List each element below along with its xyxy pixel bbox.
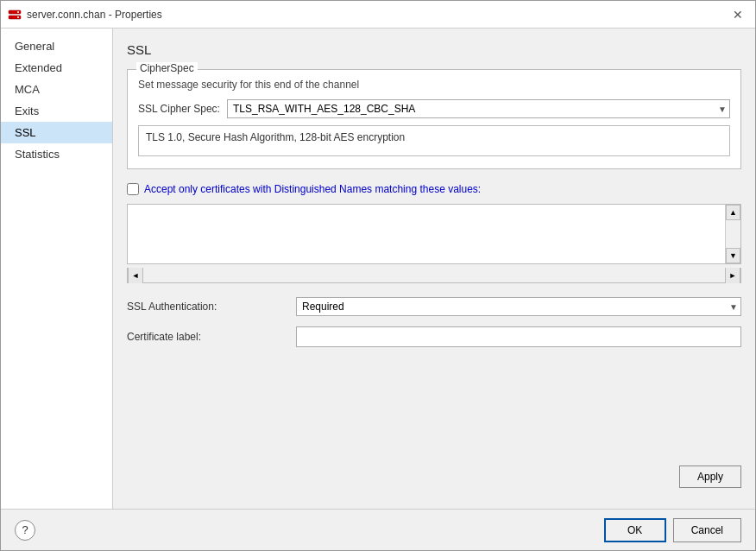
sidebar-item-ssl[interactable]: SSL <box>1 122 112 143</box>
cipherspec-group-label: CipherSpec <box>136 62 198 74</box>
sidebar-item-extended[interactable]: Extended <box>1 57 112 79</box>
ssl-auth-select[interactable]: Required Optional None <box>296 297 741 316</box>
dn-scrollbar-horizontal: ◄ ► <box>127 268 741 283</box>
cipher-select[interactable]: TLS_RSA_WITH_AES_128_CBC_SHA TLS_RSA_WIT… <box>227 99 730 118</box>
dn-checkbox[interactable] <box>127 183 139 195</box>
svg-point-2 <box>17 11 19 13</box>
sidebar-item-exits[interactable]: Exits <box>1 100 112 122</box>
bottom-left: ? <box>15 520 35 541</box>
apply-button[interactable]: Apply <box>679 466 741 488</box>
scroll-down-btn[interactable]: ▼ <box>726 248 740 263</box>
cipherspec-group: CipherSpec Set message security for this… <box>127 69 741 169</box>
help-button[interactable]: ? <box>15 520 35 541</box>
ssl-auth-select-wrapper: Required Optional None ▼ <box>296 297 741 316</box>
scroll-left-btn[interactable]: ◄ <box>128 268 143 283</box>
cipher-description: Set message security for this end of the… <box>138 79 730 91</box>
cert-label-text: Certificate label: <box>127 331 282 343</box>
panel-title: SSL <box>127 42 741 57</box>
dn-scrollbar-vertical: ▲ ▼ <box>725 205 740 263</box>
cancel-button[interactable]: Cancel <box>673 518 741 542</box>
apply-btn-wrapper: Apply <box>127 466 741 488</box>
main-panel: SSL CipherSpec Set message security for … <box>113 28 755 509</box>
dn-section: Accept only certificates with Distinguis… <box>127 183 741 297</box>
close-button[interactable]: ✕ <box>728 4 748 25</box>
dn-checkbox-label[interactable]: Accept only certificates with Distinguis… <box>144 183 481 195</box>
sidebar-item-mca[interactable]: MCA <box>1 79 112 100</box>
properties-dialog: server.conn.chan - Properties ✕ General … <box>0 0 756 551</box>
cipher-select-wrapper: TLS_RSA_WITH_AES_128_CBC_SHA TLS_RSA_WIT… <box>227 99 730 118</box>
cipher-info-box: TLS 1.0, Secure Hash Algorithm, 128-bit … <box>138 125 730 156</box>
svg-point-3 <box>17 16 19 18</box>
bottom-right: OK Cancel <box>604 518 741 542</box>
ssl-auth-row: SSL Authentication: Required Optional No… <box>127 297 741 316</box>
bottom-bar: ? OK Cancel <box>1 509 755 550</box>
sidebar-item-general[interactable]: General <box>1 35 112 57</box>
ok-button[interactable]: OK <box>604 518 666 542</box>
server-icon <box>8 8 22 22</box>
title-bar-left: server.conn.chan - Properties <box>8 8 162 22</box>
content-area: General Extended MCA Exits SSL Statistic… <box>1 28 755 509</box>
ssl-cipher-spec-label: SSL Cipher Spec: <box>138 103 220 115</box>
dn-textarea[interactable] <box>128 205 725 263</box>
cert-label-row: Certificate label: <box>127 326 741 347</box>
dn-checkbox-row: Accept only certificates with Distinguis… <box>127 183 741 195</box>
sidebar-item-statistics[interactable]: Statistics <box>1 143 112 165</box>
ssl-auth-label: SSL Authentication: <box>127 301 282 313</box>
scroll-right-btn[interactable]: ► <box>725 268 740 283</box>
cert-label-input[interactable] <box>296 326 741 347</box>
sidebar: General Extended MCA Exits SSL Statistic… <box>1 28 113 509</box>
cipher-spec-row: SSL Cipher Spec: TLS_RSA_WITH_AES_128_CB… <box>138 99 730 118</box>
dn-textarea-wrapper: ▲ ▼ <box>127 204 741 264</box>
cipher-info-text: TLS 1.0, Secure Hash Algorithm, 128-bit … <box>146 131 405 143</box>
title-bar: server.conn.chan - Properties ✕ <box>1 1 755 28</box>
scroll-up-btn[interactable]: ▲ <box>726 205 740 220</box>
window-title: server.conn.chan - Properties <box>27 9 162 21</box>
